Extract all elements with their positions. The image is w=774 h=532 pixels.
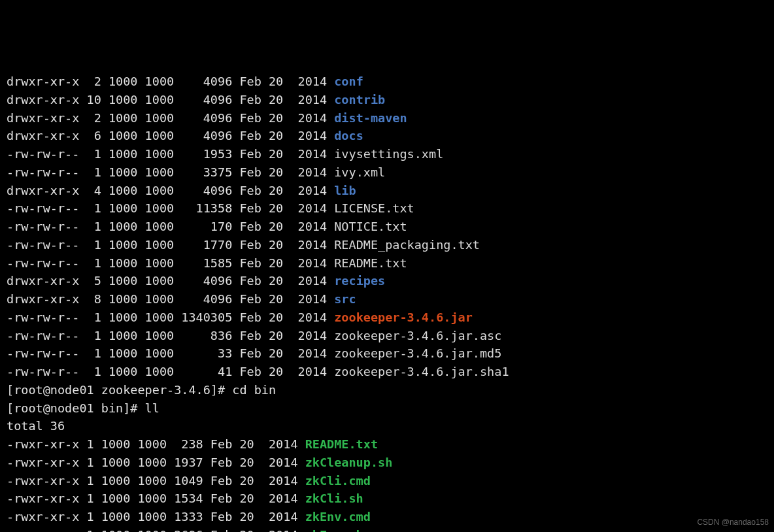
file-name: recipes [334, 274, 385, 288]
file-entry: -rw-rw-r-- 1 1000 1000 33 Feb 20 2014 zo… [7, 344, 774, 363]
file-name: dist-maven [334, 111, 407, 125]
file-entry: -rw-rw-r-- 1 1000 1000 1770 Feb 20 2014 … [7, 236, 774, 254]
file-name: zkEnv.sh [305, 528, 363, 532]
watermark: CSDN @nandao158 [697, 516, 769, 528]
file-entry: -rwxr-xr-x 1 1000 1000 1333 Feb 20 2014 … [7, 508, 774, 526]
total-line: total 36 [7, 417, 774, 435]
file-name: README_packaging.txt [334, 238, 480, 252]
file-entry: drwxr-xr-x 5 1000 1000 4096 Feb 20 2014 … [7, 272, 774, 290]
file-name: NOTICE.txt [334, 220, 407, 233]
file-name: zookeeper-3.4.6.jar [334, 310, 473, 324]
file-entry: -rwxr-xr-x 1 1000 1000 238 Feb 20 2014 R… [7, 435, 774, 454]
file-name: contrib [334, 93, 385, 107]
file-entry: -rw-rw-r-- 1 1000 1000 170 Feb 20 2014 N… [7, 218, 774, 236]
file-entry: -rw-rw-r-- 1 1000 1000 1953 Feb 20 2014 … [7, 145, 774, 163]
file-name: zkCli.sh [305, 491, 363, 505]
file-name: zookeeper-3.4.6.jar.sha1 [334, 365, 509, 378]
file-entry: drwxr-xr-x 8 1000 1000 4096 Feb 20 2014 … [7, 290, 774, 308]
file-entry: -rw-rw-r-- 1 1000 1000 1585 Feb 20 2014 … [7, 254, 774, 273]
file-entry: -rwxr-xr-x 1 1000 1000 1534 Feb 20 2014 … [7, 490, 774, 508]
file-entry: -rwxr-xr-x 1 1000 1000 2696 Feb 20 2014 … [7, 526, 774, 532]
file-entry: -rw-rw-r-- 1 1000 1000 11358 Feb 20 2014… [7, 199, 774, 218]
file-entry: drwxr-xr-x 4 1000 1000 4096 Feb 20 2014 … [7, 182, 774, 200]
file-name: ivy.xml [334, 165, 385, 179]
file-entry: drwxr-xr-x 2 1000 1000 4096 Feb 20 2014 … [7, 109, 774, 127]
file-name: zkEnv.cmd [305, 510, 371, 524]
file-name: src [334, 292, 356, 306]
file-name: README.txt [334, 256, 407, 270]
file-name: zookeeper-3.4.6.jar.md5 [334, 346, 501, 360]
file-entry: -rw-rw-r-- 1 1000 1000 836 Feb 20 2014 z… [7, 327, 774, 345]
file-name: docs [334, 129, 363, 142]
file-name: zkCli.cmd [305, 474, 371, 488]
file-entry: drwxr-xr-x 6 1000 1000 4096 Feb 20 2014 … [7, 127, 774, 145]
prompt-line: [root@node01 bin]# ll [7, 399, 774, 418]
file-name: lib [334, 184, 356, 197]
file-entry: drwxr-xr-x 2 1000 1000 4096 Feb 20 2014 … [7, 73, 774, 91]
file-entry: -rw-rw-r-- 1 1000 1000 41 Feb 20 2014 zo… [7, 363, 774, 381]
terminal-output[interactable]: drwxr-xr-x 2 1000 1000 4096 Feb 20 2014 … [7, 73, 774, 532]
file-name: README.txt [305, 437, 378, 451]
file-entry: -rwxr-xr-x 1 1000 1000 1937 Feb 20 2014 … [7, 454, 774, 472]
file-name: conf [334, 75, 363, 88]
file-entry: -rw-rw-r-- 1 1000 1000 1340305 Feb 20 20… [7, 308, 774, 327]
file-name: zkCleanup.sh [305, 456, 393, 469]
file-name: ivysettings.xml [334, 147, 443, 161]
file-name: zookeeper-3.4.6.jar.asc [334, 329, 501, 342]
file-entry: -rw-rw-r-- 1 1000 1000 3375 Feb 20 2014 … [7, 163, 774, 182]
prompt-line: [root@node01 zookeeper-3.4.6]# cd bin [7, 381, 774, 399]
file-entry: -rwxr-xr-x 1 1000 1000 1049 Feb 20 2014 … [7, 472, 774, 490]
file-name: LICENSE.txt [334, 201, 414, 215]
file-entry: drwxr-xr-x 10 1000 1000 4096 Feb 20 2014… [7, 91, 774, 109]
